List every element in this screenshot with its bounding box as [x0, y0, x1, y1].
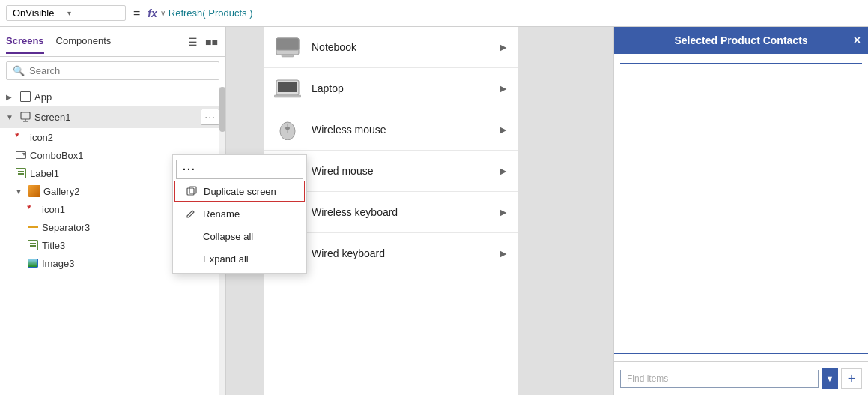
fx-icon: fx	[148, 7, 157, 19]
formula-bar: OnVisible ▾ = fx ∨ Refresh( Products )	[0, 0, 868, 27]
formula-text: Refresh( Products )	[169, 7, 253, 19]
wireless-mouse-icon	[273, 118, 303, 141]
tree-label-icon2: icon2	[30, 132, 53, 143]
dropdown-label: OnVisible	[13, 7, 64, 19]
find-items-input[interactable]: Find items	[620, 370, 819, 388]
tree-label-combobox1: ComboBox1	[30, 150, 84, 161]
product-label-wired-mouse: Wired mouse	[312, 165, 373, 177]
collapse-label: Collapse all	[203, 231, 253, 242]
product-chevron-wireless-mouse: ►	[498, 124, 509, 136]
find-items-dropdown[interactable]: ▼	[822, 368, 838, 389]
screen1-ellipsis-button[interactable]: ···	[201, 109, 219, 125]
tree-item-app[interactable]: ▶ App	[0, 88, 225, 106]
tree-label-title3: Title3	[42, 240, 65, 251]
fx-area: fx ∨ Refresh( Products )	[148, 7, 862, 19]
svg-rect-10	[274, 95, 301, 97]
find-items-placeholder: Find items	[627, 373, 668, 384]
context-rename[interactable]: Rename	[173, 202, 306, 225]
sidebar: Screens Components ☰ ■■ 🔍 ▶ App	[0, 27, 226, 395]
chevron-screen1-icon: ▼	[6, 113, 15, 121]
expand-icon	[185, 253, 197, 265]
notebook-icon	[273, 36, 303, 58]
product-label-wireless-keyboard: Wireless keyboard	[312, 206, 398, 218]
product-chevron-notebook: ►	[498, 41, 509, 53]
tree-label-label1: Label1	[30, 168, 59, 179]
product-chevron-laptop: ►	[498, 82, 509, 94]
product-label-laptop: Laptop	[312, 82, 344, 94]
ellipsis-label: ···	[183, 163, 196, 175]
title3-icon	[27, 239, 39, 251]
tree-item-icon2[interactable]: icon2	[0, 128, 225, 146]
tree-label-screen1: Screen1	[34, 112, 70, 123]
collapse-icon	[185, 230, 197, 242]
app-icon	[19, 91, 31, 103]
search-input[interactable]	[29, 65, 213, 76]
contacts-body	[614, 54, 868, 354]
svg-rect-6	[276, 38, 299, 50]
product-chevron-wired-mouse: ►	[498, 165, 509, 177]
icon2-icon	[15, 131, 27, 143]
chevron-icon: ▶	[6, 93, 15, 101]
tree-label-gallery2: Gallery2	[43, 186, 79, 197]
context-menu: ··· Duplicate screen Rename Collapse all	[172, 154, 307, 274]
context-ellipsis-row[interactable]: ···	[176, 160, 303, 179]
context-expand-all[interactable]: Expand all	[173, 247, 306, 270]
duplicate-screen-icon	[186, 185, 198, 197]
tree-label-app: App	[34, 91, 52, 103]
contacts-header: Selected Product Contacts ×	[614, 27, 868, 54]
contacts-panel: Selected Product Contacts × Find items ▼…	[613, 27, 868, 395]
svg-rect-3	[187, 188, 194, 195]
sidebar-tab-icons: ☰ ■■	[186, 34, 219, 49]
image3-icon	[27, 257, 39, 269]
tab-screens[interactable]: Screens	[6, 29, 44, 54]
expand-label: Expand all	[203, 253, 249, 265]
svg-rect-7	[282, 55, 294, 57]
add-item-button[interactable]: +	[841, 368, 862, 389]
contacts-close-button[interactable]: ×	[854, 34, 861, 47]
contacts-footer: Find items ▼ +	[614, 361, 868, 395]
tree-item-screen1[interactable]: ▼ Screen1 ···	[0, 106, 225, 128]
separator3-icon	[27, 221, 39, 233]
scrollbar-thumb	[219, 87, 225, 132]
icon1-icon	[27, 203, 39, 215]
screen1-icon	[19, 111, 31, 123]
svg-rect-4	[189, 187, 196, 193]
grid-view-icon[interactable]: ■■	[204, 34, 219, 49]
product-item-laptop[interactable]: Laptop ►	[264, 68, 518, 109]
contacts-title: Selected Product Contacts	[674, 34, 807, 46]
svg-point-13	[285, 127, 290, 130]
svg-rect-9	[278, 82, 297, 92]
search-icon: 🔍	[13, 65, 25, 76]
canvas: Notebook ► Laptop ►	[226, 27, 868, 395]
tree-label-image3: Image3	[42, 258, 74, 269]
label1-icon	[15, 167, 27, 179]
product-chevron-wired-keyboard: ►	[498, 247, 509, 259]
context-duplicate-screen[interactable]: Duplicate screen	[174, 181, 305, 202]
context-collapse-all[interactable]: Collapse all	[173, 225, 306, 247]
product-item-notebook[interactable]: Notebook ►	[264, 27, 518, 68]
main-layout: Screens Components ☰ ■■ 🔍 ▶ App	[0, 27, 868, 395]
tree-label-icon1: icon1	[42, 204, 65, 215]
product-label-notebook: Notebook	[312, 41, 356, 53]
product-label-wireless-mouse: Wireless mouse	[312, 124, 386, 136]
combobox-icon	[15, 149, 27, 161]
product-chevron-wireless-keyboard: ►	[498, 206, 509, 218]
gallery2-icon	[28, 185, 40, 197]
product-label-wired-keyboard: Wired keyboard	[312, 247, 385, 259]
list-view-icon[interactable]: ☰	[186, 34, 199, 49]
rename-label: Rename	[203, 208, 240, 220]
sidebar-tabs: Screens Components ☰ ■■	[0, 27, 225, 57]
on-visible-dropdown[interactable]: OnVisible ▾	[6, 5, 126, 21]
chevron-down-icon: ▾	[67, 9, 119, 17]
fx-chevron-icon[interactable]: ∨	[160, 9, 166, 17]
laptop-icon	[273, 77, 303, 100]
search-box: 🔍	[6, 61, 219, 80]
chevron-gallery2-icon: ▼	[15, 187, 24, 196]
duplicate-screen-label: Duplicate screen	[204, 186, 276, 197]
rename-icon	[185, 208, 197, 220]
tree-label-separator3: Separator3	[42, 222, 90, 233]
product-item-wireless-mouse[interactable]: Wireless mouse ►	[264, 109, 518, 151]
svg-rect-0	[21, 112, 30, 119]
tab-components[interactable]: Components	[56, 29, 112, 54]
equals-sign: =	[130, 7, 143, 20]
